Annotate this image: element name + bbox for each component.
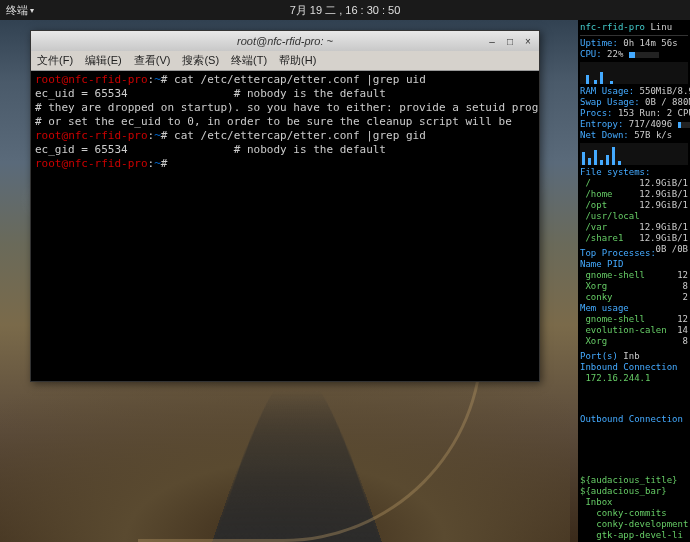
output-line-1: ec_uid = 65534 # nobody is the default — [35, 87, 386, 100]
menu-help[interactable]: 帮助(H) — [279, 53, 316, 68]
activities-label[interactable]: 终端 — [6, 3, 28, 18]
procs-val: 153 Run: 2 CPU — [618, 108, 690, 118]
top-name-col: Name — [580, 259, 602, 269]
inbox-item: gtk-app-devel-li — [580, 530, 688, 541]
panel-dropdown-icon[interactable]: ▾ — [30, 6, 34, 15]
menu-edit[interactable]: 编辑(E) — [85, 53, 122, 68]
cpu-val: 22% — [607, 49, 623, 59]
mem-name: evolution-calen — [580, 325, 667, 335]
prompt-path: ~ — [154, 157, 161, 170]
conky-os: Linu — [650, 22, 672, 32]
menu-search[interactable]: 搜索(S) — [182, 53, 219, 68]
window-title: root@nfc-rfid-pro: ~ — [237, 35, 333, 47]
top-panel: 终端 ▾ 7月 19 二 , 16 : 30 : 50 — [0, 0, 690, 20]
fs-size: 12.9GiB/1 — [639, 233, 688, 244]
fs-size: 12.9GiB/1 — [639, 200, 688, 211]
net-graph — [580, 143, 688, 165]
menu-view[interactable]: 查看(V) — [134, 53, 171, 68]
terminal-body[interactable]: root@nfc-rfid-pro:~# cat /etc/ettercap/e… — [31, 71, 539, 381]
prompt-host: nfc-rfid-pro — [68, 73, 147, 86]
fs-mount: /usr/local — [580, 211, 640, 221]
fs-size: 12.9GiB/1 — [639, 189, 688, 200]
proc-val: 12 — [677, 270, 688, 281]
top-pid-col: PID — [607, 259, 623, 269]
prompt-user: root — [35, 73, 62, 86]
prompt-host: nfc-rfid-pro — [68, 157, 147, 170]
fs-size: 12.9GiB/1 — [639, 222, 688, 233]
proc-val: 2 — [683, 292, 688, 303]
prompt-user: root — [35, 129, 62, 142]
audacious-title: ${audacious_title} — [580, 475, 688, 486]
ram-label: RAM Usage: — [580, 86, 634, 96]
window-titlebar[interactable]: root@nfc-rfid-pro: ~ – □ × — [31, 31, 539, 51]
proc-name: conky — [580, 292, 613, 302]
entropy-bar — [678, 122, 690, 128]
audacious-bar: ${audacious_bar} — [580, 486, 688, 497]
swap-label: Swap Usage: — [580, 97, 640, 107]
ram-val: 550MiB/8.9 — [640, 86, 690, 96]
mem-val: 12 — [677, 314, 688, 325]
fs-mount: / — [580, 178, 591, 188]
prompt-host: nfc-rfid-pro — [68, 129, 147, 142]
inbound-ip: 172.16.244.1 — [585, 373, 650, 383]
fs-mount: /var — [580, 222, 607, 232]
swap-val: 0B / 880M — [645, 97, 690, 107]
menu-terminal[interactable]: 终端(T) — [231, 53, 267, 68]
cpu-label: CPU: — [580, 49, 602, 59]
prompt-path: ~ — [154, 73, 161, 86]
minimize-button[interactable]: – — [485, 34, 499, 48]
conky-panel: nfc-rfid-pro Linu Uptime: 0h 14m 56s CPU… — [578, 20, 690, 542]
mem-val: 8 — [683, 336, 688, 347]
prompt-path: ~ — [154, 129, 161, 142]
mem-header: Mem usage — [580, 303, 688, 314]
inbox-item: conky-development — [580, 519, 688, 530]
fs-size: 12.9GiB/1 — [639, 178, 688, 189]
divider — [580, 35, 688, 36]
inbox-item: conky-commits — [580, 508, 688, 519]
cmd-1: cat /etc/ettercap/etter.conf |grep uid — [167, 73, 425, 86]
panel-datetime[interactable]: 7月 19 二 , 16 : 30 : 50 — [290, 3, 401, 18]
fs-mount: /opt — [580, 200, 607, 210]
maximize-button[interactable]: □ — [503, 34, 517, 48]
close-button[interactable]: × — [521, 34, 535, 48]
terminal-window: root@nfc-rfid-pro: ~ – □ × 文件(F) 编辑(E) 查… — [30, 30, 540, 382]
cursor — [167, 157, 174, 170]
inbox-label: Inbox — [585, 497, 612, 507]
prompt-user: root — [35, 157, 62, 170]
netdown-label: Net Down: — [580, 130, 629, 140]
cpu-graph — [580, 62, 688, 84]
entropy-val: 717/4096 — [629, 119, 672, 129]
menu-file[interactable]: 文件(F) — [37, 53, 73, 68]
mem-name: Xorg — [580, 336, 607, 346]
netdown-val: 57B k/s — [634, 130, 672, 140]
ports-val: Inb — [623, 351, 639, 361]
entropy-label: Entropy: — [580, 119, 623, 129]
proc-val: 8 — [683, 281, 688, 292]
mem-name: gnome-shell — [580, 314, 645, 324]
fs-header: File systems: — [580, 167, 688, 178]
proc-name: gnome-shell — [580, 270, 645, 280]
mem-val: 14 — [677, 325, 688, 336]
proc-name: Xorg — [580, 281, 607, 291]
conky-host: nfc-rfid-pro — [580, 22, 645, 32]
fs-mount: /share1 — [580, 233, 623, 243]
cmd-2: cat /etc/ettercap/etter.conf |grep gid — [167, 129, 425, 142]
cpu-bar — [629, 52, 659, 58]
output-line-2: # they are dropped on startup). so you h… — [35, 101, 539, 114]
outbound-label: Outbound Connection — [580, 414, 688, 425]
output-line-3: # or set the ec_uid to 0, in order to be… — [35, 115, 512, 128]
fs-mount: /home — [580, 189, 613, 199]
output-line-4: ec_gid = 65534 # nobody is the default — [35, 143, 386, 156]
uptime-val: 0h 14m 56s — [623, 38, 677, 48]
inbound-label: Inbound Connection — [580, 362, 688, 373]
fs-size: 0B /0B — [655, 244, 688, 255]
window-menubar: 文件(F) 编辑(E) 查看(V) 搜索(S) 终端(T) 帮助(H) — [31, 51, 539, 71]
ports-label: Port(s) — [580, 351, 618, 361]
uptime-label: Uptime: — [580, 38, 618, 48]
procs-label: Procs: — [580, 108, 613, 118]
